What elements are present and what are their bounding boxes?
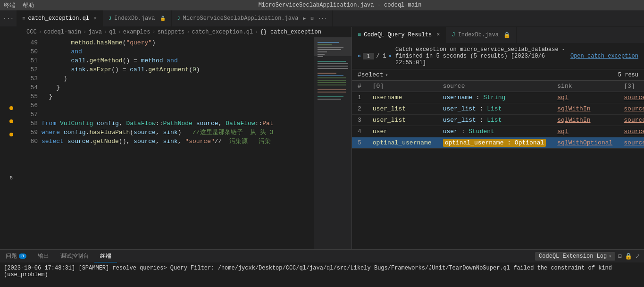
prev-page-btn[interactable]: « xyxy=(358,53,361,59)
tab-lock-icon: 🔒 xyxy=(160,16,166,21)
java-file-icon-2: J xyxy=(177,16,180,21)
tab-more-icon[interactable]: ··· xyxy=(318,16,326,21)
code-line-60: select source.getNode(), source, sink, "… xyxy=(42,137,314,146)
table-row[interactable]: 3 user_list user_list : List sqlWithIn s… xyxy=(352,115,644,126)
cell-sink[interactable]: sqlWithIn xyxy=(552,115,618,126)
code-line-50: and xyxy=(42,47,314,56)
results-header: « / 1 » Catch exception on micro_service… xyxy=(352,43,644,69)
log-selector[interactable]: CodeQL Extension Log ▾ xyxy=(535,252,615,261)
col-header-sink: sink xyxy=(552,81,618,92)
code-line-56 xyxy=(42,101,314,110)
open-catch-exception-link[interactable]: Open catch_exception xyxy=(570,53,638,59)
terminal-tab-label: 终端 xyxy=(100,252,111,260)
breadcrumb-symbol: {} catch_exception xyxy=(260,29,321,35)
breakpoint-dot-58 xyxy=(9,119,13,123)
window-title: MicroServiceSeclabApplication.java - cod… xyxy=(40,2,640,8)
indexdb-tab-label: IndexDb.java xyxy=(458,32,499,38)
cell-c0[interactable]: user xyxy=(367,126,437,137)
code-line-52: sink.asExpr() = call.getArgument(0) xyxy=(42,65,314,74)
cell-c0[interactable]: optinal_username xyxy=(367,137,437,149)
breadcrumb: CCC › codeql-main › java › ql › examples… xyxy=(23,27,351,37)
panel-lock-icon[interactable]: 🔒 xyxy=(625,253,632,260)
cell-c3[interactable]: source xyxy=(618,126,644,137)
next-page-btn[interactable]: » xyxy=(388,53,392,59)
cell-sink[interactable]: sql xyxy=(552,126,618,137)
results-table-wrapper[interactable]: # [0] source sink [3] 1 username usernam… xyxy=(352,81,644,249)
select-dropdown[interactable]: #select ▾ xyxy=(358,71,388,78)
cell-num: 3 xyxy=(352,115,367,126)
log-selector-label: CodeQL Extension Log xyxy=(539,253,607,260)
bottom-tab-terminal[interactable]: 终端 xyxy=(94,250,117,262)
cell-source[interactable]: user_list : List xyxy=(437,115,552,126)
col-header-num: # xyxy=(352,81,367,92)
panel-expand-icon[interactable]: ⤢ xyxy=(635,253,640,260)
tab-microservice[interactable]: J MicroServiceSeclabApplication.java ▶ ⊞… xyxy=(172,10,333,26)
menu-help[interactable]: 帮助 xyxy=(23,1,34,9)
tab-run-icon[interactable]: ▶ xyxy=(303,16,306,21)
page-input[interactable] xyxy=(363,53,374,59)
tab-codeql-results[interactable]: ≡ CodeQL Query Results × xyxy=(352,27,446,43)
results-tab-label: CodeQL Query Results xyxy=(364,32,432,38)
bottom-right-controls: CodeQL Extension Log ▾ ⊟ 🔒 ⤢ xyxy=(531,250,644,262)
breadcrumb-java[interactable]: java xyxy=(88,29,102,35)
line-numbers: 49 50 51 52 53 54 55 56 57 58 59 60 xyxy=(23,37,42,249)
breadcrumb-examples[interactable]: examples xyxy=(123,29,151,35)
select-value: #select xyxy=(358,71,384,78)
tab-catch-exception[interactable]: ≡ catch_exception.ql × xyxy=(17,10,103,26)
tab-overflow-menu[interactable]: ··· xyxy=(0,10,17,26)
breadcrumb-codeql[interactable]: codeql-main xyxy=(44,29,81,35)
bottom-tab-debug[interactable]: 调试控制台 xyxy=(55,250,94,262)
breadcrumb-file[interactable]: catch_exception.ql xyxy=(192,29,253,35)
cell-c0[interactable]: username xyxy=(367,92,437,103)
bottom-tab-output[interactable]: 输出 xyxy=(32,250,55,262)
cell-sink[interactable]: sqlWithIn xyxy=(552,103,618,115)
svg-rect-16 xyxy=(318,82,346,83)
menu-bar[interactable]: 终端 帮助 xyxy=(4,1,34,9)
breakpoint-dot-57 xyxy=(9,106,13,110)
tab-split-icon[interactable]: ⊞ xyxy=(310,16,313,21)
table-row-selected[interactable]: 5 optinal_username optinal_username : Op… xyxy=(352,137,644,149)
bottom-tab-problems[interactable]: 问题 5 xyxy=(0,250,32,262)
cell-num: 5 xyxy=(352,137,367,149)
cell-source[interactable]: user : Student xyxy=(437,126,552,137)
cell-c3[interactable]: source xyxy=(618,137,644,149)
chevron-down-icon: ▾ xyxy=(385,72,388,78)
select-bar: #select ▾ 5 resu xyxy=(352,69,644,81)
col-header-3: [3] xyxy=(618,81,644,92)
cell-c3[interactable]: source xyxy=(618,103,644,115)
page-navigation: « / 1 » xyxy=(358,53,392,59)
svg-rect-14 xyxy=(318,77,346,78)
breadcrumb-snippets[interactable]: snippets xyxy=(158,29,185,35)
results-panel: ≡ CodeQL Query Results × J IndexDb.java … xyxy=(351,27,644,249)
code-text[interactable]: method.hasName("query") and call.getMeth… xyxy=(42,37,314,249)
svg-rect-21 xyxy=(318,99,341,100)
editor-panel: CCC › codeql-main › java › ql › examples… xyxy=(23,27,351,249)
table-header-row: # [0] source sink [3] xyxy=(352,81,644,92)
cell-sink[interactable]: sql xyxy=(552,92,618,103)
cell-c3[interactable]: source xyxy=(618,115,644,126)
breadcrumb-ccc[interactable]: CCC xyxy=(26,29,37,35)
breakpoint-dot-59 xyxy=(9,133,13,136)
results-tab-close[interactable]: × xyxy=(436,32,440,38)
code-editor[interactable]: 49 50 51 52 53 54 55 56 57 58 59 60 meth… xyxy=(23,37,351,249)
line-indicator: 5 xyxy=(10,176,13,181)
cell-c0[interactable]: user_list xyxy=(367,103,437,115)
cell-c3[interactable]: source xyxy=(618,92,644,103)
table-row[interactable]: 4 user user : Student sql source xyxy=(352,126,644,137)
java-file-icon: J xyxy=(109,16,111,21)
cell-source[interactable]: optinal_username : Optional xyxy=(437,137,552,149)
code-line-51: call.getMethod() = method and xyxy=(42,56,314,65)
cell-source[interactable]: username : String xyxy=(437,92,552,103)
cell-source[interactable]: user_list : List xyxy=(437,103,552,115)
breadcrumb-ql[interactable]: ql xyxy=(109,29,116,35)
cell-c0[interactable]: user_list xyxy=(367,115,437,126)
table-row[interactable]: 2 user_list user_list : List sqlWithIn s… xyxy=(352,103,644,115)
cell-sink[interactable]: sqlWithOptional xyxy=(552,137,618,149)
panel-layout-icon[interactable]: ⊟ xyxy=(618,253,622,260)
menu-terminal[interactable]: 终端 xyxy=(4,1,15,9)
tab-close-btn[interactable]: × xyxy=(94,16,97,21)
table-row[interactable]: 1 username username : String sql source xyxy=(352,92,644,103)
tab-indexdb-results[interactable]: J IndexDb.java 🔒 xyxy=(446,27,517,43)
svg-rect-15 xyxy=(318,80,346,81)
tab-indexdb-java[interactable]: J IndexDb.java 🔒 xyxy=(103,10,171,26)
